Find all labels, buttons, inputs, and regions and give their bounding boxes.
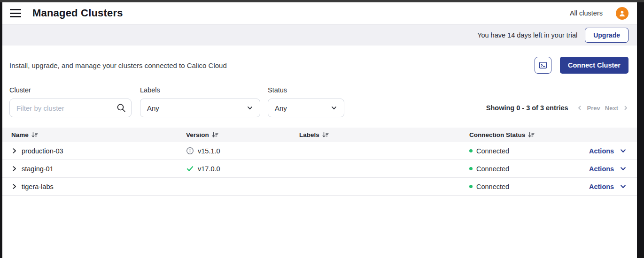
status-filter: Status Any: [268, 86, 344, 117]
trial-banner: You have 14 days left in your trial Upgr…: [2, 24, 637, 46]
pagination-summary: Showing 0 - 3 of 3 entries: [486, 104, 568, 112]
labels-filter: Labels Any: [140, 86, 260, 117]
page-title: Managed Clusters: [32, 7, 123, 19]
column-header-name[interactable]: Name: [2, 131, 181, 138]
table-row: tigera-labs Connected Actions: [2, 178, 637, 196]
search-icon[interactable]: [116, 102, 127, 114]
labels-filter-label: Labels: [140, 86, 260, 94]
status-dot: [469, 167, 473, 170]
upgrade-button[interactable]: Upgrade: [585, 28, 628, 43]
terminal-icon: [538, 61, 548, 70]
prev-page-button[interactable]: Prev: [587, 105, 600, 112]
status-dot: [469, 149, 473, 152]
check-icon: [186, 165, 194, 173]
top-bar: Managed Clusters All clusters: [2, 2, 637, 24]
menu-icon[interactable]: [10, 9, 21, 17]
trial-message: You have 14 days left in your trial: [477, 31, 577, 39]
managed-clusters-app: Managed Clusters All clusters You have 1…: [2, 2, 637, 258]
status-filter-label: Status: [268, 86, 344, 94]
status-dot: [469, 185, 473, 188]
cluster-filter: Cluster: [9, 86, 132, 117]
actions-menu[interactable]: Actions: [589, 183, 637, 190]
column-header-version[interactable]: Version: [181, 131, 295, 138]
actions-menu[interactable]: Actions: [589, 147, 637, 155]
chevron-down-icon: [620, 183, 627, 190]
user-avatar[interactable]: [616, 7, 628, 20]
person-icon: [618, 9, 626, 17]
labels-filter-value: Any: [147, 104, 159, 112]
terminal-button[interactable]: [535, 57, 551, 74]
sort-icon: [212, 132, 218, 138]
expand-row-icon[interactable]: [11, 166, 17, 172]
table-row: staging-01 v17.0.0 Connected Actions: [2, 160, 637, 178]
actions-menu[interactable]: Actions: [589, 165, 637, 173]
connection-status: Connected: [476, 147, 509, 155]
cluster-name: tigera-labs: [22, 183, 54, 190]
cluster-version: v15.1.0: [198, 147, 220, 155]
cluster-name: production-03: [22, 147, 63, 155]
connection-status: Connected: [476, 183, 509, 190]
table-row: production-03 v15.1.0 Connected Actions: [2, 142, 637, 160]
chevron-left-icon[interactable]: [577, 105, 582, 111]
table-header: Name Version Labels Connection Status: [2, 128, 637, 142]
expand-row-icon[interactable]: [11, 148, 17, 154]
next-page-button[interactable]: Next: [605, 105, 618, 112]
cluster-filter-label: Cluster: [9, 86, 132, 94]
info-icon[interactable]: [186, 147, 194, 155]
main-content: Install, upgrade, and manage your cluste…: [2, 46, 637, 258]
sort-icon: [528, 132, 535, 138]
labels-filter-select[interactable]: Any: [140, 99, 260, 117]
cluster-version: v17.0.0: [198, 165, 220, 173]
connect-cluster-button[interactable]: Connect Cluster: [560, 57, 628, 74]
chevron-down-icon: [620, 165, 627, 172]
connection-status: Connected: [476, 165, 509, 173]
chevron-down-icon: [620, 147, 627, 154]
chevron-down-icon: [331, 105, 337, 111]
cluster-scope-selector[interactable]: All clusters: [570, 9, 603, 17]
status-filter-select[interactable]: Any: [268, 99, 344, 117]
cluster-name: staging-01: [22, 165, 54, 173]
chevron-right-icon[interactable]: [623, 105, 628, 111]
page-description: Install, upgrade, and manage your cluste…: [9, 61, 227, 69]
expand-row-icon[interactable]: [11, 183, 17, 190]
sort-icon: [31, 132, 38, 138]
column-header-connection-status[interactable]: Connection Status: [465, 131, 589, 138]
chevron-down-icon: [247, 105, 253, 111]
status-filter-value: Any: [275, 104, 287, 112]
cluster-filter-input[interactable]: [9, 99, 132, 117]
sort-icon: [322, 132, 329, 138]
column-header-labels[interactable]: Labels: [295, 131, 465, 138]
